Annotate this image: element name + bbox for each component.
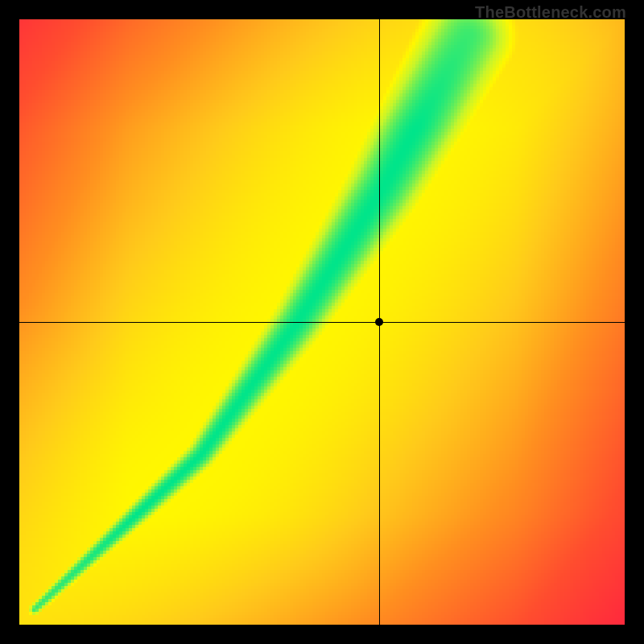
chart-frame: TheBottleneck.com xyxy=(0,0,644,644)
crosshair-point-marker xyxy=(375,318,383,326)
crosshair-horizontal xyxy=(19,322,625,323)
plot-area xyxy=(19,19,625,625)
watermark-text: TheBottleneck.com xyxy=(475,3,626,22)
